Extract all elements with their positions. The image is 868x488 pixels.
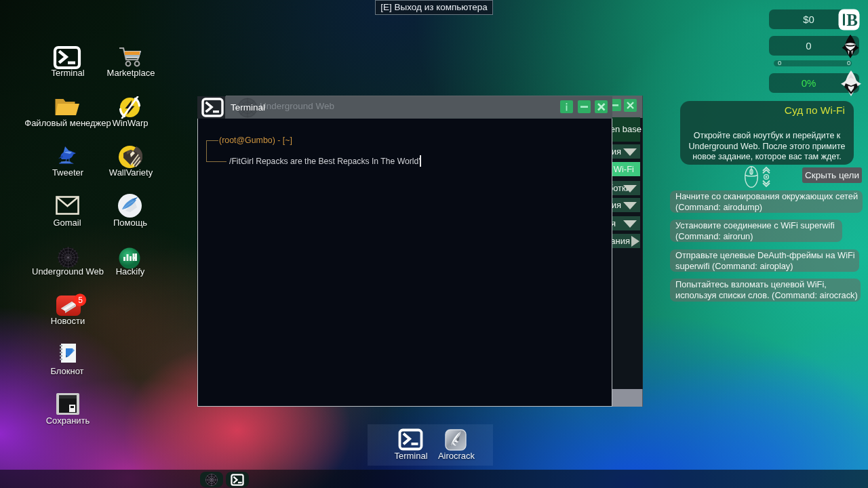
svg-text:5: 5: [78, 296, 83, 305]
svg-text:B: B: [846, 11, 858, 29]
